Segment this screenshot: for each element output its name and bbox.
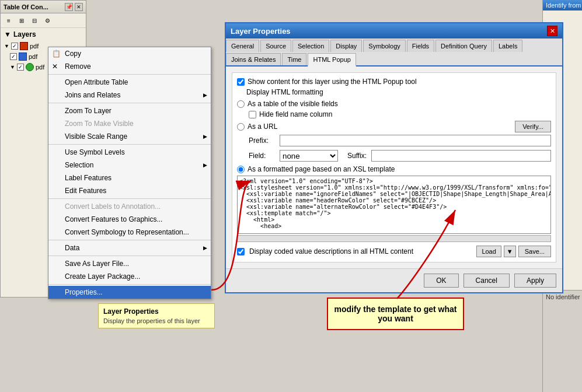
verify-button[interactable]: Verify... [515, 121, 551, 132]
tab-joins-relates[interactable]: Joins & Relates [226, 53, 281, 65]
prefix-label: Prefix: [249, 136, 275, 145]
layer-checkbox-3[interactable]: ✓ [17, 64, 24, 71]
ok-button[interactable]: OK [424, 274, 458, 288]
toc-expand-button[interactable]: ⊞ [16, 15, 27, 26]
menu-item-zoom-visible: Zoom To Make Visible [48, 117, 211, 130]
menu-separator-1 [48, 74, 211, 75]
tab-time[interactable]: Time [282, 53, 306, 65]
toc-controls: 📌 ✕ [65, 3, 83, 11]
menu-item-convert-symbology[interactable]: Convert Symbology to Representation... [48, 226, 211, 239]
menu-item-create-package[interactable]: Create Layer Package... [48, 270, 211, 283]
layer-name-1: pdf [30, 43, 39, 50]
tab-labels[interactable]: Labels [493, 40, 522, 52]
coded-value-row: Display coded value descriptions in all … [237, 246, 551, 257]
dialog-tabs: General Source Selection Display Symbolo… [226, 38, 562, 66]
menu-separator-3 [48, 144, 211, 145]
apply-button[interactable]: Apply [514, 274, 556, 288]
hide-field-row: Hide field name column [249, 110, 551, 118]
menu-item-edit-features[interactable]: Edit Features [48, 184, 211, 197]
show-content-label: Show content for this layer using the HT… [248, 78, 417, 86]
toc-close-button[interactable]: ✕ [75, 3, 83, 11]
radio-table[interactable] [237, 100, 245, 108]
context-menu: 📋 Copy ✕ Remove Open Attribute Table Joi… [48, 47, 211, 299]
menu-separator-2 [48, 103, 211, 103]
coded-value-checkbox[interactable] [237, 248, 245, 256]
show-content-row: Show content for this layer using the HT… [237, 78, 551, 86]
prefix-row: Prefix: [249, 135, 551, 146]
layers-header: ▼ Layers [1, 28, 86, 41]
layer-properties-dialog: Layer Properties ✕ General Source Select… [225, 22, 563, 293]
menu-separator-7 [48, 284, 211, 285]
show-content-checkbox[interactable] [237, 78, 245, 86]
dialog-close-button[interactable]: ✕ [547, 26, 557, 36]
menu-item-save-layer[interactable]: Save As Layer File... [48, 257, 211, 270]
toc-pin-button[interactable]: 📌 [65, 3, 73, 11]
tab-html-popup[interactable]: HTML Popup [308, 53, 356, 66]
layer-checkbox-2[interactable]: ✓ [10, 53, 17, 60]
dialog-titlebar: Layer Properties ✕ [226, 23, 562, 38]
suffix-label: Suffix: [347, 152, 367, 160]
menu-item-properties[interactable]: Properties... [48, 286, 211, 299]
toc-collapse-button[interactable]: ⊟ [29, 15, 40, 26]
menu-item-remove[interactable]: ✕ Remove [48, 60, 211, 73]
radio-url-label: As a URL [248, 123, 277, 131]
tab-display[interactable]: Display [330, 40, 362, 52]
xsl-horizontal-scrollbar[interactable] [237, 235, 551, 242]
menu-item-copy[interactable]: 📋 Copy [48, 47, 211, 60]
tab-source[interactable]: Source [260, 40, 291, 52]
xsl-editor-area: <?xml version="1.0" encoding="UTF-8"?> <… [237, 176, 551, 242]
tooltip-description: Display the properties of this layer [103, 317, 210, 324]
tooltip-box: Layer Properties Display the properties … [98, 303, 215, 328]
menu-item-label-features[interactable]: Label Features [48, 172, 211, 184]
dialog-footer: OK Cancel Apply [226, 268, 562, 292]
xsl-editor[interactable]: <?xml version="1.0" encoding="UTF-8"?> <… [237, 176, 551, 234]
remove-icon: ✕ [52, 62, 58, 71]
radio-table-row: As a table of the visible fields [237, 100, 551, 108]
toc-title: Table Of Con... [4, 4, 48, 10]
layer-icon-3 [26, 63, 34, 71]
menu-item-selection[interactable]: Selection [48, 159, 211, 172]
tab-definition-query[interactable]: Definition Query [435, 40, 492, 52]
tab-symbology[interactable]: Symbology [363, 40, 405, 52]
tab-general[interactable]: General [226, 40, 259, 52]
dialog-content: Show content for this layer using the HT… [226, 66, 562, 268]
hide-field-label: Hide field name column [259, 110, 332, 118]
cancel-button[interactable]: Cancel [463, 274, 510, 288]
menu-item-symbol-levels[interactable]: Use Symbol Levels [48, 146, 211, 159]
menu-item-scale-range[interactable]: Visible Scale Range [48, 130, 211, 143]
toc-titlebar: Table Of Con... 📌 ✕ [1, 1, 86, 13]
expand-arrow-icon: ▼ [4, 43, 9, 49]
load-dropdown-button[interactable]: ▼ [504, 246, 516, 257]
layer-name-2: pdf [29, 53, 37, 60]
save-button[interactable]: Save... [518, 246, 551, 257]
tab-selection[interactable]: Selection [292, 40, 329, 52]
radio-xsl[interactable] [237, 166, 245, 173]
field-row: Field: none Suffix: [249, 150, 551, 162]
radio-url-row: As a URL Verify... [237, 121, 551, 132]
callout-box: modify the template to get what you want [327, 298, 464, 330]
layer-checkbox-1[interactable]: ✓ [11, 43, 18, 50]
toc-list-view-button[interactable]: ≡ [3, 15, 15, 26]
layer-icon-2 [19, 52, 27, 61]
menu-item-joins[interactable]: Joins and Relates [48, 89, 211, 102]
field-select[interactable]: none [280, 150, 338, 162]
menu-item-data[interactable]: Data [48, 242, 211, 254]
dialog-title: Layer Properties [231, 27, 291, 36]
menu-item-zoom-layer[interactable]: Zoom To Layer [48, 104, 211, 117]
toc-toolbar: ≡ ⊞ ⊟ ⚙ [1, 13, 86, 28]
tooltip-title: Layer Properties [103, 307, 210, 316]
copy-icon: 📋 [52, 50, 61, 58]
menu-item-convert-graphics[interactable]: Convert Features to Graphics... [48, 213, 211, 226]
hide-field-checkbox[interactable] [249, 111, 256, 118]
load-button[interactable]: Load [476, 246, 501, 257]
coded-value-label: Display coded value descriptions in all … [249, 247, 413, 256]
suffix-input[interactable] [371, 150, 551, 162]
menu-item-convert-labels: Convert Labels to Annotation... [48, 200, 211, 213]
toc-options-button[interactable]: ⚙ [41, 15, 53, 26]
prefix-input[interactable] [280, 135, 551, 146]
menu-item-open-attribute[interactable]: Open Attribute Table [48, 76, 211, 89]
tab-fields[interactable]: Fields [407, 40, 434, 52]
radio-url[interactable] [237, 123, 245, 131]
field-label: Field: [249, 152, 275, 160]
layers-label: Layers [13, 30, 36, 38]
